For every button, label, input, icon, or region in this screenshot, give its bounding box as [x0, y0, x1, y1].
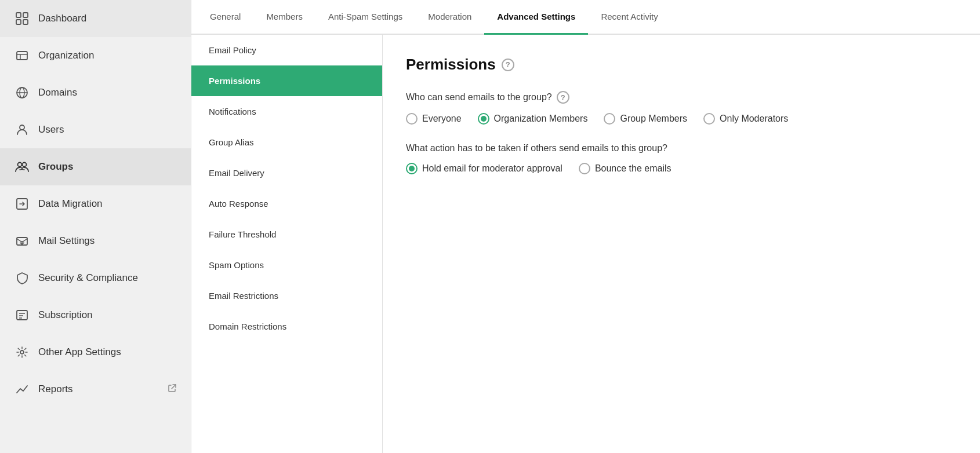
sidebar-item-label-subscription: Subscription: [38, 309, 177, 321]
radio-only-moderators-circle: [703, 113, 715, 125]
sidebar-item-dashboard[interactable]: Dashboard: [0, 0, 191, 37]
sidebar-item-label-mail: Mail Settings: [38, 235, 177, 247]
organization-icon: [14, 48, 30, 64]
domains-icon: [14, 85, 30, 101]
tab-bar: General Members Anti-Spam Settings Moder…: [191, 0, 980, 35]
radio-bounce-emails-circle: [579, 163, 590, 174]
svg-point-11: [18, 163, 22, 167]
tab-recent-activity[interactable]: Recent Activity: [588, 0, 670, 35]
sidebar-item-label-domains: Domains: [38, 87, 177, 98]
svg-rect-0: [16, 13, 21, 17]
content-area: Email Policy Permissions Notifications G…: [191, 35, 980, 453]
svg-line-20: [172, 385, 176, 389]
reports-icon: [14, 381, 30, 397]
sidebar-item-domains[interactable]: Domains: [0, 74, 191, 111]
svg-point-19: [20, 350, 24, 354]
svg-rect-4: [17, 52, 27, 60]
sidebar-item-mail-settings[interactable]: Mail Settings: [0, 222, 191, 260]
panel-title-help-icon[interactable]: ?: [502, 59, 514, 71]
other-app-icon: [14, 344, 30, 360]
tab-general[interactable]: General: [197, 0, 253, 35]
reports-external-icon: [168, 383, 177, 395]
sidebar-item-label-migration: Data Migration: [38, 198, 177, 210]
svg-rect-1: [23, 13, 28, 17]
sidebar-item-label-groups: Groups: [38, 161, 177, 173]
radio-org-members[interactable]: Organization Members: [478, 113, 588, 125]
radio-hold-email-circle: [406, 163, 418, 174]
sidebar-item-data-migration[interactable]: Data Migration: [0, 185, 191, 222]
sidebar-item-label-organization: Organization: [38, 50, 177, 61]
sub-sidebar-spam-options[interactable]: Spam Options: [191, 250, 382, 280]
question1-label: Who can send emails to the group? ?: [406, 91, 957, 104]
sub-sidebar-email-policy[interactable]: Email Policy: [191, 35, 382, 65]
radio-group-1: Everyone Organization Members Group Memb…: [406, 113, 957, 125]
sidebar-item-security[interactable]: Security & Compliance: [0, 260, 191, 297]
radio-everyone-label: Everyone: [422, 114, 462, 124]
radio-hold-email-label: Hold email for moderator approval: [422, 163, 562, 174]
sub-sidebar-email-restrictions[interactable]: Email Restrictions: [191, 280, 382, 311]
svg-point-10: [20, 125, 24, 130]
sidebar-item-label-other: Other App Settings: [38, 346, 177, 358]
sub-sidebar-domain-restrictions[interactable]: Domain Restrictions: [191, 311, 382, 342]
radio-org-members-label: Organization Members: [494, 114, 588, 124]
sidebar-item-other-app-settings[interactable]: Other App Settings: [0, 334, 191, 371]
sidebar-item-users[interactable]: Users: [0, 111, 191, 148]
mail-icon: [14, 233, 30, 249]
sidebar-item-label-reports: Reports: [38, 383, 159, 395]
dashboard-icon: [14, 10, 30, 27]
permissions-panel: Permissions ? Who can send emails to the…: [383, 35, 980, 453]
groups-icon: [14, 159, 30, 175]
security-icon: [14, 270, 30, 286]
radio-group-members-circle: [604, 113, 615, 125]
svg-point-12: [23, 163, 27, 167]
sidebar: Dashboard Organization Domains: [0, 0, 191, 453]
question2-text: What action has to be taken if others se…: [406, 143, 667, 154]
radio-bounce-emails[interactable]: Bounce the emails: [579, 163, 672, 174]
sub-sidebar-email-delivery[interactable]: Email Delivery: [191, 158, 382, 188]
svg-rect-2: [16, 20, 21, 24]
question2-label: What action has to be taken if others se…: [406, 143, 957, 154]
users-icon: [14, 122, 30, 138]
main-area: General Members Anti-Spam Settings Moder…: [191, 0, 980, 453]
sub-sidebar-auto-response[interactable]: Auto Response: [191, 188, 382, 219]
radio-everyone[interactable]: Everyone: [406, 113, 462, 125]
radio-only-moderators-label: Only Moderators: [720, 114, 788, 124]
panel-title: Permissions ?: [406, 56, 957, 74]
radio-group-members-label: Group Members: [620, 114, 687, 124]
radio-only-moderators[interactable]: Only Moderators: [703, 113, 788, 125]
tab-members[interactable]: Members: [253, 0, 315, 35]
tab-moderation[interactable]: Moderation: [415, 0, 484, 35]
sub-sidebar-notifications[interactable]: Notifications: [191, 96, 382, 127]
sidebar-item-subscription[interactable]: Subscription: [0, 297, 191, 334]
sidebar-item-groups[interactable]: Groups: [0, 148, 191, 185]
sidebar-item-organization[interactable]: Organization: [0, 37, 191, 74]
radio-bounce-emails-label: Bounce the emails: [595, 163, 672, 174]
tab-advanced-settings[interactable]: Advanced Settings: [484, 0, 588, 35]
sub-sidebar: Email Policy Permissions Notifications G…: [191, 35, 383, 453]
radio-hold-email[interactable]: Hold email for moderator approval: [406, 163, 562, 174]
sidebar-item-label-security: Security & Compliance: [38, 272, 177, 284]
radio-group-members[interactable]: Group Members: [604, 113, 687, 125]
subscription-icon: [14, 307, 30, 323]
sub-sidebar-group-alias[interactable]: Group Alias: [191, 127, 382, 158]
question1-text: Who can send emails to the group?: [406, 92, 552, 103]
tab-anti-spam[interactable]: Anti-Spam Settings: [315, 0, 415, 35]
sub-sidebar-failure-threshold[interactable]: Failure Threshold: [191, 219, 382, 250]
radio-everyone-circle: [406, 113, 418, 125]
svg-rect-3: [23, 20, 28, 24]
sidebar-item-label-dashboard: Dashboard: [38, 13, 177, 24]
radio-group-2: Hold email for moderator approval Bounce…: [406, 163, 957, 174]
sidebar-item-reports[interactable]: Reports: [0, 371, 191, 408]
sub-sidebar-permissions[interactable]: Permissions: [191, 65, 382, 96]
radio-org-members-circle: [478, 113, 489, 125]
panel-title-text: Permissions: [406, 56, 496, 74]
sidebar-item-label-users: Users: [38, 124, 177, 136]
question1-help-icon[interactable]: ?: [557, 91, 569, 104]
migration-icon: [14, 196, 30, 212]
